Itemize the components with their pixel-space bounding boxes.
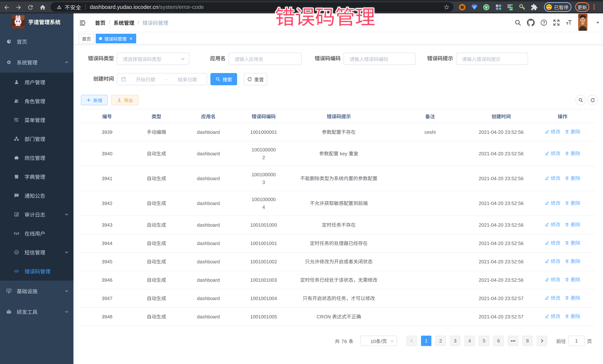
extension-gem-icon[interactable] bbox=[471, 4, 478, 11]
delete-link[interactable]: 删除 bbox=[565, 312, 580, 321]
user-caret-down-icon[interactable] bbox=[596, 21, 600, 24]
browser-back-icon[interactable] bbox=[3, 4, 10, 11]
scrollbar-track[interactable] bbox=[601, 13, 602, 364]
delete-link[interactable]: 删除 bbox=[565, 220, 580, 229]
tag-error-code[interactable]: 错误码管理 bbox=[96, 34, 136, 43]
search-button[interactable]: 搜索 bbox=[210, 73, 237, 85]
browser-forward-icon[interactable] bbox=[15, 4, 22, 11]
help-icon[interactable] bbox=[540, 19, 547, 26]
edit-link[interactable]: 修改 bbox=[545, 294, 560, 302]
toggle-search-button[interactable] bbox=[576, 95, 586, 105]
column-header: 类型 bbox=[133, 109, 180, 123]
profile-paused-chip[interactable]: 已暂停 bbox=[544, 2, 571, 12]
extension-list-on-icon[interactable]: on bbox=[507, 4, 514, 11]
export-button[interactable]: 导出 bbox=[111, 95, 139, 105]
sidebar-logo[interactable]: 芋道管理系统 bbox=[0, 13, 73, 31]
github-icon[interactable] bbox=[527, 19, 535, 26]
sidebar-item-infra[interactable]: 基础设施 bbox=[0, 281, 73, 301]
extension-key-icon[interactable] bbox=[519, 4, 526, 11]
tag-home[interactable]: 首页 bbox=[79, 34, 94, 43]
prev-page-button[interactable] bbox=[406, 336, 417, 346]
sidebar-item-online-user[interactable]: 在线用户 bbox=[0, 224, 73, 243]
add-button[interactable]: 新增 bbox=[81, 95, 108, 105]
user-avatar[interactable] bbox=[578, 14, 587, 31]
hint-input[interactable]: 请输入错误码提示 bbox=[456, 53, 528, 65]
cell-id: 3940 bbox=[81, 141, 133, 166]
browser-menu-kebab-icon[interactable] bbox=[593, 3, 596, 10]
delete-link[interactable]: 删除 bbox=[565, 128, 580, 136]
delete-link[interactable]: 删除 bbox=[565, 294, 580, 302]
tag-close-icon[interactable] bbox=[129, 37, 133, 40]
next-page-button[interactable] bbox=[537, 336, 547, 346]
browser-reload-icon[interactable] bbox=[27, 4, 34, 11]
delete-link[interactable]: 删除 bbox=[565, 174, 580, 183]
edit-link[interactable]: 修改 bbox=[545, 257, 560, 265]
delete-trash-icon bbox=[565, 259, 569, 264]
sidebar-item-sms[interactable]: 短信管理 bbox=[0, 243, 73, 262]
page-ellipsis[interactable]: ••• bbox=[508, 336, 518, 346]
delete-label: 删除 bbox=[571, 220, 580, 229]
sidebar-item-role[interactable]: 角色管理 bbox=[0, 92, 73, 110]
header-search-icon[interactable] bbox=[514, 19, 521, 26]
breadcrumb-system[interactable]: 系统管理 bbox=[114, 19, 134, 26]
address-bar[interactable]: 不安全 dashboard.yudao.iocoder.cn/system/er… bbox=[50, 2, 453, 12]
edit-link[interactable]: 修改 bbox=[545, 199, 560, 207]
sidebar-item-label: 基础设施 bbox=[17, 287, 37, 295]
hamburger-icon[interactable] bbox=[79, 20, 86, 26]
delete-link[interactable]: 删除 bbox=[565, 199, 580, 207]
page-size-caret-icon bbox=[390, 339, 394, 343]
cell-msg: 定时任务不存在 bbox=[290, 216, 387, 234]
edit-link[interactable]: 修改 bbox=[545, 276, 560, 284]
cell-id: 3948 bbox=[81, 308, 133, 326]
logo-avatar bbox=[12, 15, 25, 29]
page-button-8[interactable]: 8 bbox=[522, 336, 533, 346]
sidebar-item-dashboard[interactable]: 首页 bbox=[0, 31, 73, 52]
goto-page-input[interactable]: 1 bbox=[568, 336, 585, 346]
delete-label: 删除 bbox=[571, 149, 580, 158]
page-button-1[interactable]: 1 bbox=[421, 336, 431, 346]
cell-time: 2021-04-20 23:52:56 bbox=[473, 166, 530, 191]
sidebar-item-devtools[interactable]: 研发工具 bbox=[0, 301, 73, 322]
page-size-select[interactable]: 10条/页 bbox=[360, 336, 397, 346]
edit-link[interactable]: 修改 bbox=[545, 220, 560, 229]
extensions-puzzle-icon[interactable] bbox=[531, 4, 538, 11]
sidebar-item-menu-list[interactable]: 菜单管理 bbox=[0, 110, 73, 129]
page-button-5[interactable]: 5 bbox=[479, 336, 489, 346]
sidebar-item-dict-book[interactable]: 字典管理 bbox=[0, 167, 73, 186]
post-icon bbox=[14, 155, 19, 160]
font-size-icon[interactable] bbox=[566, 19, 573, 26]
breadcrumb-home[interactable]: 首页 bbox=[95, 19, 105, 26]
sidebar-item-user[interactable]: 用户管理 bbox=[0, 73, 73, 92]
page-button-4[interactable]: 4 bbox=[464, 336, 475, 346]
toggle-search-icon bbox=[578, 98, 583, 102]
bookmark-star-icon[interactable] bbox=[443, 4, 450, 10]
edit-link[interactable]: 修改 bbox=[545, 128, 560, 136]
extension-squares-icon[interactable] bbox=[495, 4, 502, 11]
sidebar-item-post[interactable]: 岗位管理 bbox=[0, 148, 73, 167]
edit-link[interactable]: 修改 bbox=[545, 149, 560, 158]
browser-update-button[interactable]: 更新 bbox=[575, 2, 589, 12]
extension-green-icon[interactable] bbox=[483, 4, 490, 11]
sidebar-item-dept-tree[interactable]: 部门管理 bbox=[0, 129, 73, 148]
page-button-3[interactable]: 3 bbox=[450, 336, 460, 346]
delete-link[interactable]: 删除 bbox=[565, 276, 580, 284]
delete-link[interactable]: 删除 bbox=[565, 239, 580, 247]
delete-trash-icon bbox=[565, 314, 569, 319]
edit-link[interactable]: 修改 bbox=[545, 239, 560, 247]
page-button-2[interactable]: 2 bbox=[435, 336, 446, 346]
edit-link[interactable]: 修改 bbox=[545, 174, 560, 183]
sidebar-item-error-code[interactable]: 错误码管理 bbox=[0, 262, 73, 281]
page-button-6[interactable]: 6 bbox=[493, 336, 504, 346]
edit-link[interactable]: 修改 bbox=[545, 312, 560, 321]
delete-link[interactable]: 删除 bbox=[565, 257, 580, 265]
browser-home-icon[interactable] bbox=[39, 4, 46, 11]
extension-orange-icon[interactable] bbox=[459, 4, 466, 11]
delete-link[interactable]: 删除 bbox=[565, 149, 580, 158]
date-range-input[interactable]: 开始日期 - 结束日期 bbox=[117, 73, 207, 85]
refresh-table-button[interactable] bbox=[587, 95, 598, 105]
sidebar-item-audit-log[interactable]: 审计日志 bbox=[0, 205, 73, 224]
sidebar-item-notice[interactable]: 通知公告 bbox=[0, 186, 73, 205]
reset-button[interactable]: 重置 bbox=[244, 73, 267, 85]
sidebar-item-gear[interactable]: 系统管理 bbox=[0, 52, 73, 73]
fullscreen-icon[interactable] bbox=[553, 19, 560, 26]
